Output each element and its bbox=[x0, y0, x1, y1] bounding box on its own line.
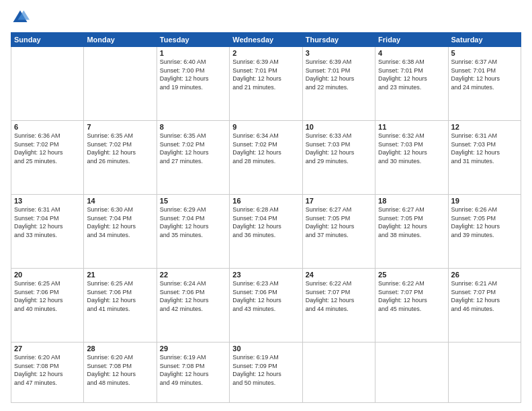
calendar-cell: 10Sunrise: 6:33 AM Sunset: 7:03 PM Dayli… bbox=[302, 121, 375, 195]
day-detail: Sunrise: 6:25 AM Sunset: 7:06 PM Dayligh… bbox=[14, 279, 81, 313]
day-detail: Sunrise: 6:22 AM Sunset: 7:07 PM Dayligh… bbox=[378, 279, 445, 313]
day-number: 3 bbox=[306, 49, 372, 57]
day-of-week-header: Monday bbox=[84, 33, 157, 47]
day-number: 5 bbox=[451, 49, 518, 57]
calendar-week-row: 6Sunrise: 6:36 AM Sunset: 7:02 PM Daylig… bbox=[11, 121, 521, 195]
calendar-cell: 3Sunrise: 6:39 AM Sunset: 7:01 PM Daylig… bbox=[302, 47, 375, 121]
day-number: 8 bbox=[160, 123, 226, 131]
calendar-cell: 12Sunrise: 6:31 AM Sunset: 7:03 PM Dayli… bbox=[448, 121, 521, 195]
day-detail: Sunrise: 6:26 AM Sunset: 7:05 PM Dayligh… bbox=[451, 205, 518, 239]
day-detail: Sunrise: 6:37 AM Sunset: 7:01 PM Dayligh… bbox=[451, 58, 518, 91]
calendar-week-row: 13Sunrise: 6:31 AM Sunset: 7:04 PM Dayli… bbox=[11, 195, 521, 269]
calendar-cell: 25Sunrise: 6:22 AM Sunset: 7:07 PM Dayli… bbox=[375, 269, 448, 342]
calendar-cell: 1Sunrise: 6:40 AM Sunset: 7:00 PM Daylig… bbox=[157, 47, 229, 121]
day-detail: Sunrise: 6:19 AM Sunset: 7:09 PM Dayligh… bbox=[232, 353, 299, 387]
day-number: 22 bbox=[160, 271, 226, 279]
day-detail: Sunrise: 6:40 AM Sunset: 7:00 PM Dayligh… bbox=[160, 58, 226, 91]
day-number: 24 bbox=[306, 271, 372, 279]
day-number: 11 bbox=[378, 123, 445, 131]
day-detail: Sunrise: 6:39 AM Sunset: 7:01 PM Dayligh… bbox=[306, 58, 372, 91]
day-detail: Sunrise: 6:28 AM Sunset: 7:04 PM Dayligh… bbox=[232, 205, 299, 239]
header-row: SundayMondayTuesdayWednesdayThursdayFrid… bbox=[11, 33, 521, 47]
day-number: 4 bbox=[378, 49, 445, 57]
calendar-cell bbox=[11, 47, 84, 121]
calendar-cell: 24Sunrise: 6:22 AM Sunset: 7:07 PM Dayli… bbox=[302, 269, 375, 342]
day-number: 6 bbox=[14, 123, 81, 131]
calendar-cell: 30Sunrise: 6:19 AM Sunset: 7:09 PM Dayli… bbox=[230, 342, 302, 403]
day-number: 27 bbox=[14, 345, 81, 353]
day-number: 26 bbox=[451, 271, 518, 279]
day-detail: Sunrise: 6:27 AM Sunset: 7:05 PM Dayligh… bbox=[306, 205, 372, 239]
day-number: 14 bbox=[87, 197, 153, 205]
day-detail: Sunrise: 6:38 AM Sunset: 7:01 PM Dayligh… bbox=[378, 58, 445, 91]
day-of-week-header: Tuesday bbox=[157, 33, 229, 47]
calendar-cell: 23Sunrise: 6:23 AM Sunset: 7:06 PM Dayli… bbox=[230, 269, 302, 342]
calendar-cell: 20Sunrise: 6:25 AM Sunset: 7:06 PM Dayli… bbox=[11, 269, 84, 342]
day-detail: Sunrise: 6:20 AM Sunset: 7:08 PM Dayligh… bbox=[87, 353, 153, 387]
calendar-cell: 18Sunrise: 6:27 AM Sunset: 7:05 PM Dayli… bbox=[375, 195, 448, 269]
day-number: 10 bbox=[306, 123, 372, 131]
calendar-table: SundayMondayTuesdayWednesdayThursdayFrid… bbox=[11, 32, 521, 403]
day-number: 18 bbox=[378, 197, 445, 205]
calendar-cell: 13Sunrise: 6:31 AM Sunset: 7:04 PM Dayli… bbox=[11, 195, 84, 269]
header bbox=[11, 8, 521, 27]
calendar-cell: 7Sunrise: 6:35 AM Sunset: 7:02 PM Daylig… bbox=[84, 121, 157, 195]
day-number: 9 bbox=[232, 123, 299, 131]
calendar-cell: 29Sunrise: 6:19 AM Sunset: 7:08 PM Dayli… bbox=[157, 342, 229, 403]
day-detail: Sunrise: 6:21 AM Sunset: 7:07 PM Dayligh… bbox=[451, 279, 518, 313]
day-number: 1 bbox=[160, 49, 226, 57]
day-number: 23 bbox=[232, 271, 299, 279]
day-number: 7 bbox=[87, 123, 153, 131]
calendar-cell: 2Sunrise: 6:39 AM Sunset: 7:01 PM Daylig… bbox=[230, 47, 302, 121]
day-detail: Sunrise: 6:25 AM Sunset: 7:06 PM Dayligh… bbox=[87, 279, 153, 313]
calendar-cell: 11Sunrise: 6:32 AM Sunset: 7:03 PM Dayli… bbox=[375, 121, 448, 195]
day-number: 30 bbox=[232, 345, 299, 353]
day-detail: Sunrise: 6:31 AM Sunset: 7:03 PM Dayligh… bbox=[451, 132, 518, 165]
day-detail: Sunrise: 6:33 AM Sunset: 7:03 PM Dayligh… bbox=[306, 132, 372, 165]
calendar-cell bbox=[375, 342, 448, 403]
calendar-cell: 17Sunrise: 6:27 AM Sunset: 7:05 PM Dayli… bbox=[302, 195, 375, 269]
day-detail: Sunrise: 6:34 AM Sunset: 7:02 PM Dayligh… bbox=[232, 132, 299, 165]
logo-icon bbox=[11, 8, 30, 27]
day-detail: Sunrise: 6:35 AM Sunset: 7:02 PM Dayligh… bbox=[160, 132, 226, 165]
calendar-cell: 28Sunrise: 6:20 AM Sunset: 7:08 PM Dayli… bbox=[84, 342, 157, 403]
day-number: 28 bbox=[87, 345, 153, 353]
day-detail: Sunrise: 6:24 AM Sunset: 7:06 PM Dayligh… bbox=[160, 279, 226, 313]
calendar-cell: 14Sunrise: 6:30 AM Sunset: 7:04 PM Dayli… bbox=[84, 195, 157, 269]
day-number: 16 bbox=[232, 197, 299, 205]
calendar-body: 1Sunrise: 6:40 AM Sunset: 7:00 PM Daylig… bbox=[11, 47, 521, 403]
calendar-week-row: 20Sunrise: 6:25 AM Sunset: 7:06 PM Dayli… bbox=[11, 269, 521, 342]
day-detail: Sunrise: 6:32 AM Sunset: 7:03 PM Dayligh… bbox=[378, 132, 445, 165]
calendar-cell: 5Sunrise: 6:37 AM Sunset: 7:01 PM Daylig… bbox=[448, 47, 521, 121]
day-detail: Sunrise: 6:31 AM Sunset: 7:04 PM Dayligh… bbox=[14, 205, 81, 239]
day-detail: Sunrise: 6:23 AM Sunset: 7:06 PM Dayligh… bbox=[232, 279, 299, 313]
day-detail: Sunrise: 6:36 AM Sunset: 7:02 PM Dayligh… bbox=[14, 132, 81, 165]
day-detail: Sunrise: 6:22 AM Sunset: 7:07 PM Dayligh… bbox=[306, 279, 372, 313]
calendar-cell: 15Sunrise: 6:29 AM Sunset: 7:04 PM Dayli… bbox=[157, 195, 229, 269]
day-of-week-header: Thursday bbox=[302, 33, 375, 47]
calendar-week-row: 27Sunrise: 6:20 AM Sunset: 7:08 PM Dayli… bbox=[11, 342, 521, 403]
calendar-cell: 26Sunrise: 6:21 AM Sunset: 7:07 PM Dayli… bbox=[448, 269, 521, 342]
day-number: 20 bbox=[14, 271, 81, 279]
day-detail: Sunrise: 6:27 AM Sunset: 7:05 PM Dayligh… bbox=[378, 205, 445, 239]
day-number: 13 bbox=[14, 197, 81, 205]
day-of-week-header: Sunday bbox=[11, 33, 84, 47]
day-number: 2 bbox=[232, 49, 299, 57]
day-of-week-header: Friday bbox=[375, 33, 448, 47]
calendar-week-row: 1Sunrise: 6:40 AM Sunset: 7:00 PM Daylig… bbox=[11, 47, 521, 121]
calendar-cell bbox=[84, 47, 157, 121]
day-number: 29 bbox=[160, 345, 226, 353]
calendar-cell: 8Sunrise: 6:35 AM Sunset: 7:02 PM Daylig… bbox=[157, 121, 229, 195]
calendar-cell: 19Sunrise: 6:26 AM Sunset: 7:05 PM Dayli… bbox=[448, 195, 521, 269]
day-number: 19 bbox=[451, 197, 518, 205]
day-detail: Sunrise: 6:19 AM Sunset: 7:08 PM Dayligh… bbox=[160, 353, 226, 387]
calendar-cell: 27Sunrise: 6:20 AM Sunset: 7:08 PM Dayli… bbox=[11, 342, 84, 403]
day-detail: Sunrise: 6:29 AM Sunset: 7:04 PM Dayligh… bbox=[160, 205, 226, 239]
calendar-cell: 4Sunrise: 6:38 AM Sunset: 7:01 PM Daylig… bbox=[375, 47, 448, 121]
calendar-cell bbox=[448, 342, 521, 403]
calendar-cell: 22Sunrise: 6:24 AM Sunset: 7:06 PM Dayli… bbox=[157, 269, 229, 342]
calendar-cell: 16Sunrise: 6:28 AM Sunset: 7:04 PM Dayli… bbox=[230, 195, 302, 269]
calendar-cell: 9Sunrise: 6:34 AM Sunset: 7:02 PM Daylig… bbox=[230, 121, 302, 195]
day-detail: Sunrise: 6:35 AM Sunset: 7:02 PM Dayligh… bbox=[87, 132, 153, 165]
day-of-week-header: Wednesday bbox=[230, 33, 302, 47]
